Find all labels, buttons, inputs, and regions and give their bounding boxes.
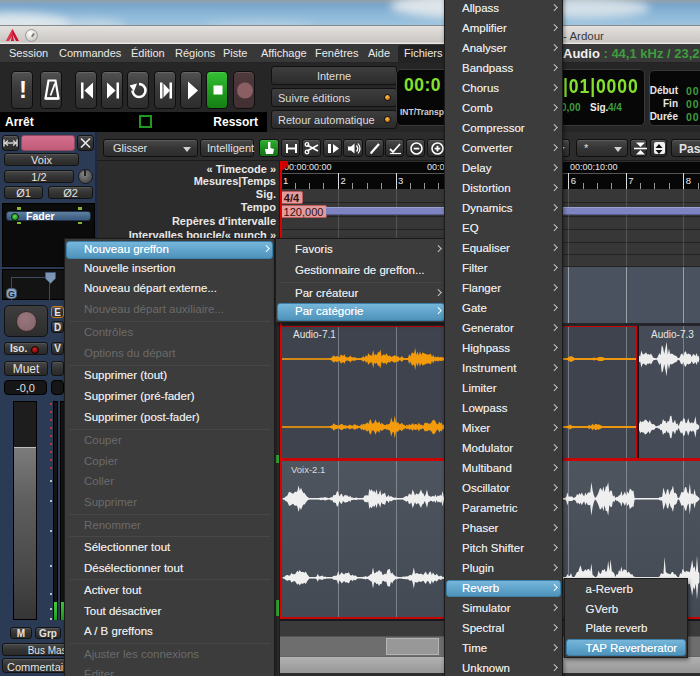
svg-text:!: ! <box>19 75 27 102</box>
